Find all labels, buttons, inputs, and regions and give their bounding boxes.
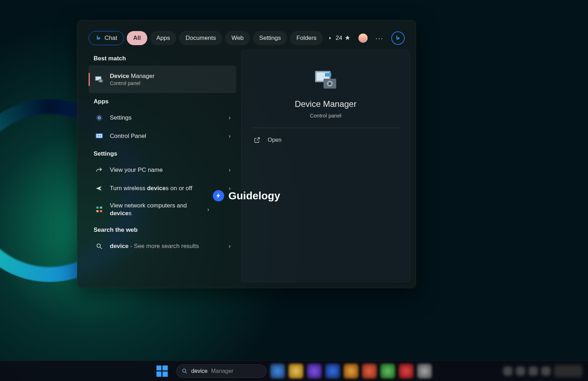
svg-point-9: [100, 135, 101, 137]
overflow-chevron-icon[interactable]: [328, 36, 333, 41]
tab-documents[interactable]: Documents: [179, 31, 222, 45]
section-settings: Settings: [89, 145, 236, 161]
device-manager-icon: [94, 74, 104, 84]
chevron-right-icon: ›: [229, 133, 231, 139]
result-settings-app[interactable]: Settings ›: [89, 109, 236, 127]
detail-title: Device Manager: [295, 99, 357, 109]
svg-point-22: [183, 369, 186, 372]
result-control-panel-label: Control Panel: [110, 133, 146, 139]
share-icon: [94, 165, 104, 175]
tab-folders-label: Folders: [296, 35, 316, 42]
divider: [252, 128, 399, 128]
wireless-pre: Turn wireless: [110, 185, 147, 192]
taskbar-search-suggest: Manager: [211, 368, 233, 374]
taskbar-app-1[interactable]: [270, 364, 285, 379]
svg-line-23: [185, 372, 187, 373]
taskbar-app-6[interactable]: [362, 364, 377, 379]
result-pc-name-label: View your PC name: [110, 167, 163, 173]
svg-rect-12: [96, 210, 99, 212]
taskbar-app-9[interactable]: [417, 364, 432, 379]
chevron-right-icon: ›: [229, 167, 231, 173]
svg-rect-7: [96, 134, 102, 138]
tab-all[interactable]: All: [127, 31, 147, 45]
best-match-subtitle: Control panel: [110, 80, 231, 87]
detail-hero-icon: [313, 69, 338, 91]
search-flyout: Chat All Apps Documents Web Settings Fol…: [77, 20, 416, 288]
bing-button[interactable]: [391, 31, 405, 45]
search-icon: [182, 368, 188, 374]
result-network-devices[interactable]: View network computers and devices ›: [89, 198, 236, 222]
taskbar-system-tray[interactable]: [503, 365, 582, 377]
svg-point-8: [97, 135, 99, 137]
tab-settings-label: Settings: [259, 35, 281, 42]
result-device-manager[interactable]: Device Manager Control panel: [89, 66, 236, 93]
svg-rect-10: [96, 207, 99, 209]
svg-rect-13: [100, 210, 102, 212]
section-apps: Apps: [89, 93, 236, 109]
taskbar-app-4[interactable]: [325, 364, 340, 379]
detail-subtitle: Control panel: [310, 113, 341, 119]
control-panel-icon: [94, 131, 104, 141]
airplane-icon: [94, 183, 104, 193]
best-match-title-rest: Manager: [129, 73, 155, 79]
svg-rect-21: [325, 73, 331, 77]
user-avatar[interactable]: [358, 34, 368, 43]
wireless-post: s on or off: [166, 185, 192, 192]
tab-chat-label: Chat: [105, 35, 117, 42]
taskbar-app-5[interactable]: [344, 364, 358, 379]
tab-apps-label: Apps: [156, 35, 170, 42]
taskbar-app-8[interactable]: [399, 364, 414, 379]
svg-rect-11: [100, 207, 102, 209]
tab-chat[interactable]: Chat: [89, 31, 124, 45]
network-hl: device: [110, 210, 129, 217]
gear-icon: [94, 113, 104, 123]
network-post: s: [129, 210, 132, 217]
result-web-search[interactable]: device - See more search results ›: [89, 237, 236, 255]
chevron-right-icon: ›: [229, 115, 231, 121]
network-icon: [94, 205, 104, 214]
rewards-count: 24: [335, 35, 342, 42]
tab-web-label: Web: [231, 35, 244, 42]
result-settings-label: Settings: [110, 114, 131, 121]
result-wireless-devices[interactable]: Turn wireless devices on or off ›: [89, 179, 236, 198]
taskbar-search-typed: device: [191, 368, 208, 374]
taskbar: device Manager: [0, 361, 588, 381]
result-control-panel[interactable]: Control Panel ›: [89, 127, 236, 145]
scope-tabs: Chat All Apps Documents Web Settings Fol…: [77, 20, 416, 50]
results-column: Best match Device Manager Control panel …: [83, 50, 236, 282]
bing-icon: [95, 35, 102, 41]
svg-point-14: [97, 244, 100, 248]
wireless-hl: device: [147, 185, 166, 192]
section-best-match: Best match: [89, 50, 236, 66]
search-icon: [94, 241, 104, 251]
tab-folders[interactable]: Folders: [290, 31, 323, 45]
result-view-pc-name[interactable]: View your PC name ›: [89, 161, 236, 179]
rewards-points[interactable]: 24: [335, 35, 351, 42]
tab-apps[interactable]: Apps: [150, 31, 177, 45]
taskbar-app-7[interactable]: [380, 364, 395, 379]
svg-point-3: [100, 80, 102, 82]
chevron-right-icon: ›: [229, 185, 231, 192]
network-pre: View network computers and: [110, 202, 187, 209]
chevron-right-icon: ›: [207, 206, 209, 213]
section-web: Search the web: [89, 222, 236, 237]
tab-all-label: All: [133, 35, 141, 42]
detail-pane: Device Manager Control panel Open Guidel…: [241, 50, 410, 282]
web-hl: device: [110, 243, 129, 249]
taskbar-search[interactable]: device Manager: [176, 364, 267, 378]
taskbar-app-3[interactable]: [307, 364, 322, 379]
action-open[interactable]: Open: [252, 132, 399, 148]
svg-point-4: [96, 115, 102, 121]
svg-line-15: [100, 247, 102, 249]
tab-docs-label: Documents: [185, 35, 216, 42]
tab-web[interactable]: Web: [225, 31, 250, 45]
svg-point-20: [328, 82, 331, 85]
taskbar-app-2[interactable]: [289, 364, 303, 379]
tab-settings[interactable]: Settings: [253, 31, 287, 45]
rewards-icon: [344, 35, 351, 41]
web-rest: - See more search results: [129, 243, 199, 249]
best-match-title-hl: Device: [110, 73, 129, 79]
more-icon[interactable]: ···: [375, 34, 384, 42]
start-button[interactable]: [156, 365, 168, 377]
chevron-right-icon: ›: [229, 243, 231, 249]
